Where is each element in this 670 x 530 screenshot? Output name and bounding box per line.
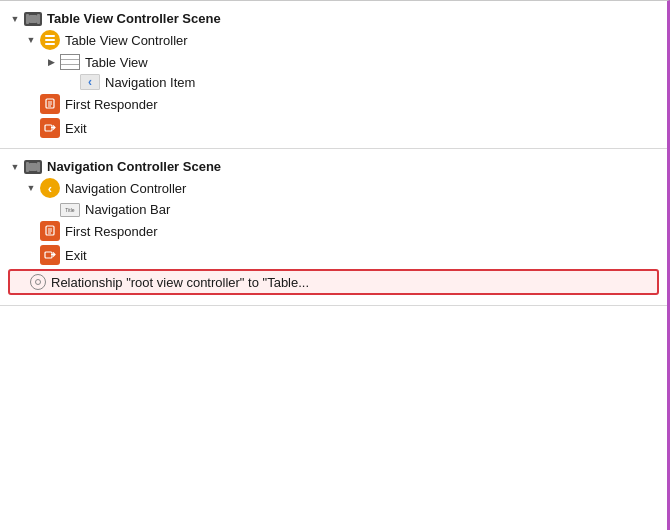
icon-relationship xyxy=(30,274,46,290)
tree-row-tvc-exit[interactable]: Exit xyxy=(0,116,667,140)
tree-row-nc-navbar[interactable]: TitleNavigation Bar xyxy=(0,200,667,219)
tree-row-tvc-first-responder[interactable]: First Responder xyxy=(0,92,667,116)
tree-row-tvc-scene-header[interactable]: Table View Controller Scene xyxy=(0,9,667,28)
label-tvc-first-responder: First Responder xyxy=(65,97,157,112)
icon-filmstrip xyxy=(24,12,42,26)
toggle-tvc-exit xyxy=(24,121,38,135)
icon-tv xyxy=(60,54,80,70)
toggle-nc-exit xyxy=(24,248,38,262)
toggle-nc-navbar xyxy=(44,203,58,217)
label-nc-first-responder: First Responder xyxy=(65,224,157,239)
tree-row-tvc-navitem[interactable]: ‹Navigation Item xyxy=(0,72,667,92)
tree-row-nc-relationship[interactable]: Relationship "root view controller" to "… xyxy=(8,269,659,295)
icon-firstresponder xyxy=(40,94,60,114)
toggle-tvc-navitem xyxy=(64,75,78,89)
label-nc-controller: Navigation Controller xyxy=(65,181,186,196)
icon-navitem: ‹ xyxy=(80,74,100,90)
icon-filmstrip xyxy=(24,160,42,174)
tree-row-nc-scene-header[interactable]: Navigation Controller Scene xyxy=(0,157,667,176)
label-tvc-tableview: Table View xyxy=(85,55,148,70)
document-outline: Table View Controller SceneTable View Co… xyxy=(0,0,670,530)
tree-row-nc-exit[interactable]: Exit xyxy=(0,243,667,267)
toggle-tvc-tableview[interactable] xyxy=(44,55,58,69)
label-tvc-exit: Exit xyxy=(65,121,87,136)
icon-tvc xyxy=(40,30,60,50)
label-nc-navbar: Navigation Bar xyxy=(85,202,170,217)
toggle-nc-controller[interactable] xyxy=(24,181,38,195)
label-nc-relationship: Relationship "root view controller" to "… xyxy=(51,275,309,290)
icon-firstresponder xyxy=(40,221,60,241)
label-tvc-controller: Table View Controller xyxy=(65,33,188,48)
svg-rect-4 xyxy=(45,125,52,131)
tree-row-tvc-tableview[interactable]: Table View xyxy=(0,52,667,72)
toggle-nc-scene-header[interactable] xyxy=(8,160,22,174)
tree-row-tvc-controller[interactable]: Table View Controller xyxy=(0,28,667,52)
icon-navbar: Title xyxy=(60,203,80,217)
icon-nc: ‹ xyxy=(40,178,60,198)
tree-row-nc-controller[interactable]: ‹Navigation Controller xyxy=(0,176,667,200)
section-navigation-controller-scene: Navigation Controller Scene‹Navigation C… xyxy=(0,149,667,306)
icon-exit xyxy=(40,245,60,265)
label-nc-exit: Exit xyxy=(65,248,87,263)
icon-exit xyxy=(40,118,60,138)
toggle-nc-relationship xyxy=(14,275,28,289)
label-tvc-scene-header: Table View Controller Scene xyxy=(47,11,221,26)
toggle-tvc-scene-header[interactable] xyxy=(8,12,22,26)
toggle-tvc-first-responder xyxy=(24,97,38,111)
toggle-nc-first-responder xyxy=(24,224,38,238)
label-tvc-navitem: Navigation Item xyxy=(105,75,195,90)
toggle-tvc-controller[interactable] xyxy=(24,33,38,47)
svg-rect-9 xyxy=(45,252,52,258)
section-table-view-controller-scene: Table View Controller SceneTable View Co… xyxy=(0,1,667,149)
tree-row-nc-first-responder[interactable]: First Responder xyxy=(0,219,667,243)
label-nc-scene-header: Navigation Controller Scene xyxy=(47,159,221,174)
